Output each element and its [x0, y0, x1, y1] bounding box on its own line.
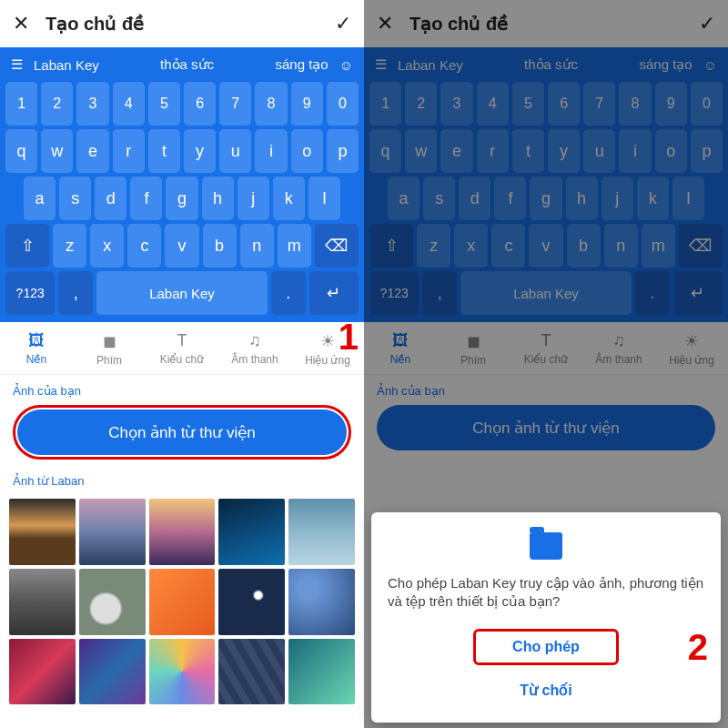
key-period[interactable]: .	[271, 271, 306, 315]
key-d[interactable]: d	[95, 177, 126, 220]
key[interactable]: p	[691, 129, 723, 173]
suggest-word-1[interactable]: thỏa sức	[110, 56, 265, 73]
confirm-icon[interactable]: ✓	[699, 12, 715, 35]
tab-font[interactable]: TKiểu chữ	[510, 322, 582, 374]
key[interactable]: q	[369, 129, 401, 173]
key-v[interactable]: v	[165, 224, 198, 268]
tab-keys[interactable]: ◼Phím	[73, 322, 146, 374]
key-space[interactable]: Laban Key	[96, 271, 268, 315]
choose-gallery-button[interactable]: Chọn ảnh từ thư viện	[17, 410, 347, 455]
menu-icon[interactable]: ☰	[11, 56, 23, 73]
tab-effects[interactable]: ☀Hiệu ứng	[655, 322, 728, 374]
wallpaper-thumb[interactable]	[9, 499, 76, 565]
key[interactable]: w	[405, 129, 437, 173]
menu-icon[interactable]: ☰	[375, 56, 387, 73]
key-w[interactable]: w	[41, 129, 73, 173]
key[interactable]: z	[417, 224, 450, 268]
key[interactable]: l	[672, 177, 704, 220]
key[interactable]: s	[423, 177, 455, 220]
key[interactable]: m	[642, 224, 675, 268]
key-9[interactable]: 9	[291, 82, 323, 126]
key[interactable]: n	[604, 224, 638, 268]
suggest-word-2[interactable]: sáng tạo	[639, 56, 692, 73]
key-k[interactable]: k	[273, 177, 305, 220]
suggest-word-1[interactable]: thỏa sức	[474, 56, 629, 73]
tab-keys[interactable]: ◼Phím	[437, 322, 510, 374]
wallpaper-thumb[interactable]	[218, 639, 285, 705]
key[interactable]: 8	[619, 82, 651, 126]
key-symbols[interactable]: ?123	[5, 271, 55, 315]
key-g[interactable]: g	[166, 177, 197, 220]
suggest-brand[interactable]: Laban Key	[34, 57, 99, 73]
wallpaper-thumb[interactable]	[288, 499, 355, 565]
wallpaper-thumb[interactable]	[288, 569, 355, 635]
key-enter[interactable]: ↵	[309, 271, 359, 315]
wallpaper-thumb[interactable]	[149, 499, 216, 565]
key-e[interactable]: e	[76, 129, 108, 173]
key-z[interactable]: z	[53, 224, 86, 268]
key-q[interactable]: q	[5, 129, 37, 173]
key[interactable]: f	[494, 177, 526, 220]
key[interactable]: r	[477, 129, 509, 173]
key-space[interactable]: Laban Key	[460, 271, 632, 315]
key-5[interactable]: 5	[148, 82, 180, 126]
key-t[interactable]: t	[148, 129, 180, 173]
key-enter[interactable]: ↵	[673, 271, 723, 315]
close-icon[interactable]: ✕	[13, 12, 29, 35]
wallpaper-thumb[interactable]	[79, 569, 146, 635]
key[interactable]: t	[512, 129, 544, 173]
key-backspace[interactable]: ⌫	[679, 224, 723, 268]
key[interactable]: g	[530, 177, 561, 220]
key-7[interactable]: 7	[219, 82, 251, 126]
key[interactable]: 5	[512, 82, 544, 126]
key[interactable]: u	[583, 129, 615, 173]
key-8[interactable]: 8	[255, 82, 287, 126]
tab-font[interactable]: TKiểu chữ	[146, 322, 218, 374]
key-j[interactable]: j	[238, 177, 269, 220]
key[interactable]: x	[454, 224, 488, 268]
wallpaper-thumb[interactable]	[218, 569, 285, 635]
key-y[interactable]: y	[184, 129, 216, 173]
key-2[interactable]: 2	[41, 82, 73, 126]
key-3[interactable]: 3	[76, 82, 108, 126]
key-a[interactable]: a	[24, 177, 56, 220]
key-0[interactable]: 0	[327, 82, 359, 126]
suggest-word-2[interactable]: sáng tạo	[275, 56, 328, 73]
key[interactable]: c	[491, 224, 525, 268]
key[interactable]: 1	[369, 82, 401, 126]
key[interactable]: 4	[477, 82, 509, 126]
key[interactable]: h	[566, 177, 598, 220]
key-m[interactable]: m	[278, 224, 311, 268]
emoji-icon[interactable]: ☺	[703, 57, 717, 73]
wallpaper-thumb[interactable]	[149, 639, 216, 705]
key[interactable]: 9	[655, 82, 687, 126]
key-l[interactable]: l	[308, 177, 340, 220]
tab-background[interactable]: 🖼Nền	[364, 322, 437, 374]
wallpaper-thumb[interactable]	[79, 639, 146, 705]
key[interactable]: a	[388, 177, 420, 220]
wallpaper-thumb[interactable]	[149, 569, 216, 635]
key-c[interactable]: c	[127, 224, 161, 268]
key-mic[interactable]: ,	[422, 271, 457, 315]
allow-button[interactable]: Cho phép	[473, 629, 619, 665]
key-6[interactable]: 6	[184, 82, 216, 126]
key-b[interactable]: b	[203, 224, 237, 268]
key-4[interactable]: 4	[113, 82, 145, 126]
emoji-icon[interactable]: ☺	[339, 57, 353, 73]
key-p[interactable]: p	[327, 129, 359, 173]
close-icon[interactable]: ✕	[377, 12, 393, 35]
key[interactable]: i	[619, 129, 651, 173]
key-u[interactable]: u	[219, 129, 251, 173]
key[interactable]: 0	[691, 82, 723, 126]
key-period[interactable]: .	[635, 271, 670, 315]
key[interactable]: k	[637, 177, 669, 220]
key-h[interactable]: h	[202, 177, 234, 220]
wallpaper-thumb[interactable]	[218, 499, 285, 565]
key-shift[interactable]: ⇧	[369, 224, 413, 268]
key[interactable]: o	[655, 129, 687, 173]
wallpaper-thumb[interactable]	[79, 499, 146, 565]
key-i[interactable]: i	[255, 129, 287, 173]
tab-sound[interactable]: ♫Âm thanh	[582, 322, 655, 374]
wallpaper-thumb[interactable]	[288, 639, 355, 705]
tab-sound[interactable]: ♫Âm thanh	[218, 322, 291, 374]
